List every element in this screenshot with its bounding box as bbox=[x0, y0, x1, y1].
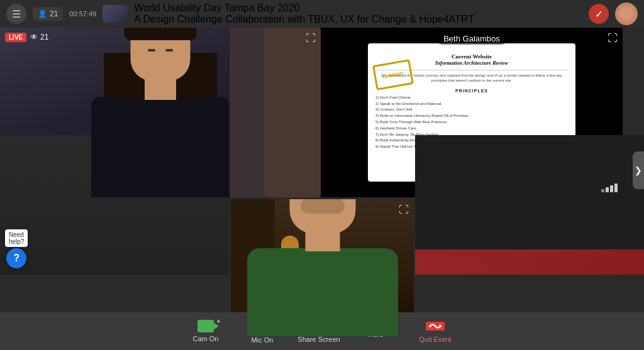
signal-bar-3 bbox=[610, 185, 613, 192]
colored-accent-strip bbox=[415, 249, 644, 275]
signal-bar-1 bbox=[601, 189, 604, 192]
quit-event-button[interactable]: Quit Event bbox=[404, 312, 467, 350]
participants-count: 21 bbox=[50, 9, 58, 18]
principle-item: 5) Build Trust Through Web Best Practice… bbox=[375, 120, 568, 125]
help-label: Need help? bbox=[5, 229, 28, 247]
david-video-tile: David ⛶ bbox=[230, 198, 415, 337]
top-bar: ☰ 👤 21 00:57:49 World Usability Day Tamp… bbox=[0, 0, 644, 28]
quit-icon bbox=[425, 319, 445, 333]
main-video-area: LIVE 👁 21 Lauren ⛶ CURRENT Current Websi… bbox=[0, 28, 644, 312]
stamp-text: CURRENT bbox=[382, 71, 404, 79]
david-expand-button[interactable]: ⛶ bbox=[399, 204, 409, 216]
svg-point-9 bbox=[439, 325, 441, 327]
help-circle-button[interactable]: ? bbox=[6, 248, 26, 268]
participants-icon: 👤 bbox=[38, 9, 47, 18]
pres-principles-header: PRINCIPLES bbox=[375, 89, 568, 93]
menu-icon: ☰ bbox=[12, 8, 21, 20]
david-video-feed bbox=[231, 199, 414, 336]
mic-label: Mic On bbox=[252, 336, 274, 344]
beth-expand-button[interactable]: ⛶ bbox=[608, 33, 618, 44]
help-button-area: Need help? ? bbox=[5, 229, 28, 268]
meeting-info: World Usability Day Tampa Bay 2020 A Des… bbox=[134, 3, 582, 25]
viewer-number: 21 bbox=[40, 33, 48, 41]
user-avatar[interactable] bbox=[615, 3, 638, 25]
share-screen-label: Share Screen bbox=[297, 336, 340, 343]
principle-item: 4) Build on Information Hierarchy Based … bbox=[375, 114, 568, 119]
cam-icon: ▲ bbox=[197, 320, 214, 332]
participants-badge[interactable]: 👤 21 bbox=[33, 7, 63, 21]
principle-item: 1) Don't Feel Clinical. bbox=[375, 96, 568, 101]
cam-on-button[interactable]: ▲ Cam On bbox=[177, 312, 234, 350]
principle-item: 6) Aesthetic Drives Care. bbox=[375, 126, 568, 131]
principle-item: 2) Speak to the Emotional and Rational. bbox=[375, 102, 568, 107]
meeting-timer: 00:57:49 bbox=[69, 10, 96, 18]
signal-bar-4 bbox=[614, 183, 618, 192]
drawer-handle[interactable]: ❯ bbox=[633, 151, 644, 189]
meeting-subtitle: A Design Challenge Collaboration with TB… bbox=[134, 14, 582, 25]
check-button[interactable]: ✓ bbox=[589, 4, 609, 24]
viewer-count: 👁 21 bbox=[30, 33, 48, 41]
timer-value: 00:57:49 bbox=[69, 10, 96, 18]
signal-strength-indicator bbox=[601, 183, 618, 192]
cam-chevron: ▲ bbox=[216, 317, 221, 324]
beth-name-label: Beth Galambos bbox=[436, 33, 508, 45]
meeting-thumbnail bbox=[103, 5, 128, 23]
live-badge: LIVE bbox=[5, 33, 26, 42]
pres-main-title: Current Website bbox=[375, 53, 568, 60]
svg-point-8 bbox=[429, 325, 431, 327]
help-question-icon: ? bbox=[13, 253, 19, 264]
chevron-right-icon: ❯ bbox=[635, 165, 642, 175]
cam-label: Cam On bbox=[193, 335, 219, 342]
menu-button[interactable]: ☰ bbox=[6, 4, 26, 24]
quit-label: Quit Event bbox=[419, 336, 451, 343]
principle-item: 3) Connect, Don't Sell. bbox=[375, 107, 568, 112]
signal-bar-2 bbox=[606, 187, 609, 192]
meeting-title: World Usability Day Tampa Bay 2020 bbox=[134, 3, 582, 14]
eye-icon: 👁 bbox=[30, 33, 38, 41]
check-icon: ✓ bbox=[595, 8, 603, 20]
lauren-expand-button[interactable]: ⛶ bbox=[306, 33, 316, 44]
